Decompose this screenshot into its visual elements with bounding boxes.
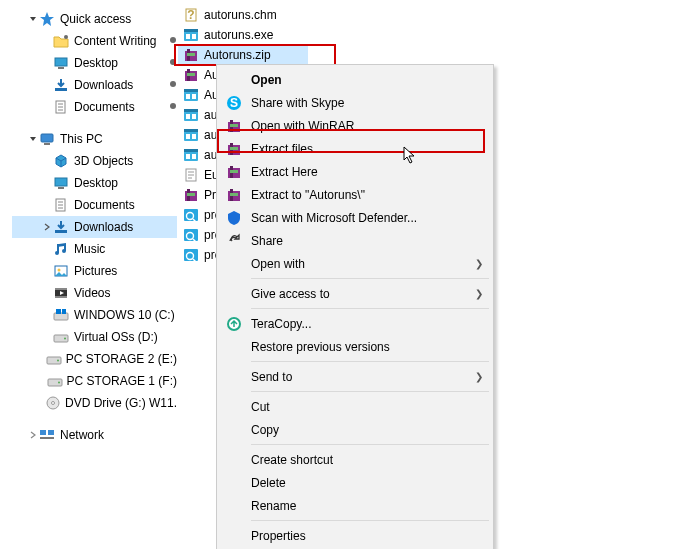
ctx-extract-files[interactable]: Extract files...: [219, 137, 491, 160]
tree-label: PC STORAGE 1 (F:): [67, 374, 177, 388]
winrar-icon: [182, 187, 200, 203]
tree-label: Content Writing: [74, 34, 156, 48]
videos-icon: [52, 285, 70, 301]
tree-item[interactable]: PC STORAGE 1 (F:): [12, 370, 177, 392]
chevron-right-icon: ❯: [475, 371, 483, 382]
shield-icon: [223, 210, 245, 226]
ctx-restore-versions[interactable]: Restore previous versions: [219, 335, 491, 358]
tree-item[interactable]: WINDOWS 10 (C:): [12, 304, 177, 326]
svg-rect-62: [184, 129, 198, 132]
tree-item[interactable]: Documents: [12, 194, 177, 216]
file-label: autoruns.chm: [204, 8, 277, 22]
drive-icon: [46, 351, 62, 367]
file-item[interactable]: autoruns.exe: [178, 25, 308, 45]
tree-item[interactable]: Videos: [12, 282, 177, 304]
ctx-open-winrar[interactable]: Open with WinRAR: [219, 114, 491, 137]
tree-item[interactable]: Virtual OSs (D:): [12, 326, 177, 348]
svg-point-5: [170, 59, 176, 65]
desktop-pin-icon: [52, 55, 70, 71]
chevron-right-icon: [42, 223, 52, 231]
svg-rect-40: [40, 437, 54, 439]
svg-rect-59: [186, 114, 190, 119]
ctx-extract-here[interactable]: Extract Here: [219, 160, 491, 183]
svg-rect-68: [192, 154, 196, 159]
svg-rect-95: [230, 170, 238, 173]
svg-rect-52: [187, 73, 195, 76]
tree-item[interactable]: Downloads: [12, 74, 177, 96]
file-label: Pr: [204, 188, 216, 202]
cursor-icon: [403, 146, 419, 166]
ctx-cut[interactable]: Cut: [219, 395, 491, 418]
pictures-icon: [52, 263, 70, 279]
tree-quick-access[interactable]: Quick access: [12, 8, 177, 30]
ctx-give-access[interactable]: Give access to❯: [219, 282, 491, 305]
ctx-rename[interactable]: Rename: [219, 494, 491, 517]
separator: [251, 391, 489, 392]
tree-label: PC STORAGE 2 (E:): [66, 352, 177, 366]
tree-this-pc[interactable]: This PC: [12, 128, 177, 150]
ctx-teracopy[interactable]: TeraCopy...: [219, 312, 491, 335]
tree-label: DVD Drive (G:) W11.: [65, 396, 177, 410]
ctx-properties[interactable]: Properties: [219, 524, 491, 547]
tree-item[interactable]: Music: [12, 238, 177, 260]
chevron-down-icon: [28, 15, 38, 23]
ctx-open[interactable]: Open: [219, 68, 491, 91]
svg-point-37: [51, 402, 54, 405]
file-item[interactable]: Autoruns.zip: [178, 45, 308, 65]
svg-point-35: [58, 382, 60, 384]
ctx-send-to[interactable]: Send to❯: [219, 365, 491, 388]
svg-text:S: S: [230, 96, 238, 110]
network-icon: [38, 427, 56, 443]
drive-icon: [52, 329, 70, 345]
nav-tree: Quick access Content WritingDesktopDownl…: [12, 8, 177, 446]
winrar-icon: [182, 47, 200, 63]
separator: [251, 444, 489, 445]
tree-network[interactable]: Network: [12, 424, 177, 446]
svg-rect-45: [186, 34, 190, 39]
chevron-right-icon: ❯: [475, 288, 483, 299]
tree-item[interactable]: DVD Drive (G:) W11.: [12, 392, 177, 414]
ctx-create-shortcut[interactable]: Create shortcut: [219, 448, 491, 471]
separator: [251, 278, 489, 279]
svg-rect-27: [54, 313, 68, 320]
svg-rect-16: [58, 187, 64, 189]
svg-rect-64: [192, 134, 196, 139]
winrar-icon: [223, 118, 245, 134]
tree-item[interactable]: 3D Objects: [12, 150, 177, 172]
ctx-open-with[interactable]: Open with❯: [219, 252, 491, 275]
svg-rect-28: [56, 309, 61, 314]
ctx-delete[interactable]: Delete: [219, 471, 491, 494]
svg-rect-58: [184, 109, 198, 112]
ctx-share[interactable]: Share: [219, 229, 491, 252]
svg-marker-0: [40, 12, 54, 26]
context-menu: Open SShare with Skype Open with WinRAR …: [216, 64, 494, 549]
svg-rect-98: [230, 193, 238, 196]
teracopy-icon: [223, 316, 245, 332]
tree-item[interactable]: Documents: [12, 96, 177, 118]
tree-item[interactable]: PC STORAGE 2 (E:): [12, 348, 177, 370]
svg-point-1: [64, 35, 68, 39]
tree-item[interactable]: Downloads: [12, 216, 177, 238]
file-item[interactable]: ?autoruns.chm: [178, 5, 308, 25]
tree-item[interactable]: Desktop: [12, 172, 177, 194]
svg-rect-56: [192, 94, 196, 99]
tree-label: This PC: [60, 132, 103, 146]
tree-label: Downloads: [74, 220, 133, 234]
svg-rect-26: [55, 296, 67, 298]
ctx-extract-to[interactable]: Extract to "Autoruns\": [219, 183, 491, 206]
ctx-copy[interactable]: Copy: [219, 418, 491, 441]
chevron-right-icon: [28, 431, 38, 439]
tree-item[interactable]: Pictures: [12, 260, 177, 282]
svg-rect-6: [55, 88, 67, 91]
separator: [251, 520, 489, 521]
svg-rect-14: [44, 143, 50, 145]
winrar-icon: [182, 67, 200, 83]
svg-rect-89: [230, 124, 238, 127]
ctx-scan-defender[interactable]: Scan with Microsoft Defender...: [219, 206, 491, 229]
tree-item[interactable]: Desktop: [12, 52, 177, 74]
svg-point-33: [57, 360, 59, 362]
ctx-share-skype[interactable]: SShare with Skype: [219, 91, 491, 114]
tree-item[interactable]: Content Writing: [12, 30, 177, 52]
tree-label: Documents: [74, 198, 135, 212]
winrar-icon: [223, 141, 245, 157]
